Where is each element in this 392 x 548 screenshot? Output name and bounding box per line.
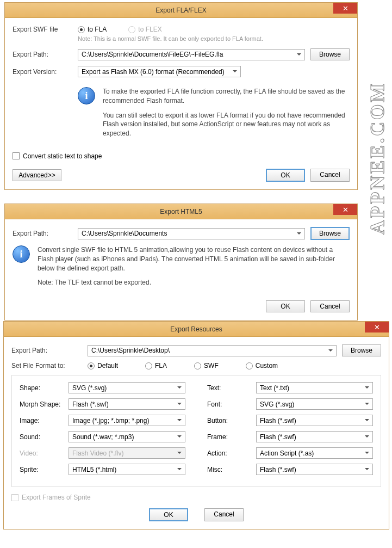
close-icon: ✕ [343,206,349,214]
format-default-radio[interactable]: Default [88,362,118,370]
watermark: APPNEE.COM [366,82,389,235]
titlebar: Export Resources ✕ [4,322,389,337]
close-button[interactable]: ✕ [333,3,357,14]
browse-button[interactable]: Browse [310,227,350,240]
image-select[interactable]: Image (*.jpg; *.bmp; *.png) [69,415,185,426]
export-path-label: Export Path: [13,230,78,237]
action-label: Action: [207,450,256,457]
convert-static-checkbox[interactable]: Convert static text to shape [13,152,102,160]
sound-label: Sound: [20,433,69,441]
cancel-button[interactable]: Cancel [310,300,350,312]
text-label: Text: [207,384,256,392]
export-version-select[interactable]: Export as Flash MX (6.0) format (Recomme… [78,66,241,77]
text-select[interactable]: Text (*.txt) [256,382,373,393]
export-version-label: Export Version: [13,68,78,76]
format-swf-radio[interactable]: SWF [194,362,219,370]
info-icon: i [13,245,30,263]
video-select: Flash Video (*.flv) [69,447,185,459]
action-select[interactable]: Action Script (*.as) [256,447,373,459]
info-text: To make the exported FLA file function c… [103,87,350,144]
sprite-label: Sprite: [20,466,69,473]
morph-select[interactable]: Flash (*.swf) [69,398,185,410]
frame-label: Frame: [207,433,256,441]
set-file-format-label: Set File Format to: [11,362,88,370]
close-icon: ✕ [343,4,349,13]
format-group: Shape:SVG (*.svg) Morph Shape:Flash (*.s… [11,375,381,487]
export-path-input[interactable]: C:\Users\Sprinkle\Desktop\ [88,345,337,356]
ok-button[interactable]: OK [266,300,305,312]
cancel-button[interactable]: Cancel [310,169,350,182]
browse-button[interactable]: Browse [342,344,381,356]
dialog-title: Export Resources [170,325,222,333]
export-html5-dialog: Export HTML5 ✕ Export Path: C:\Users\Spr… [4,204,358,321]
frame-select[interactable]: Flash (*.swf) [256,431,373,442]
video-label: Video: [20,450,69,457]
sprite-select[interactable]: HTML5 (*.html) [69,464,185,475]
close-button[interactable]: ✕ [365,322,389,333]
dialog-title: Export HTML5 [160,208,202,215]
advanced-button[interactable]: Advanced>> [13,169,61,181]
to-flex-radio: to FLEX [128,26,161,33]
titlebar: Export FLA/FLEX ✕ [5,3,357,18]
format-custom-radio[interactable]: Custom [246,362,278,370]
shape-label: Shape: [20,384,69,392]
export-path-label: Export Path: [13,51,78,58]
export-resources-dialog: Export Resources ✕ Export Path: C:\Users… [3,321,389,529]
info-icon: i [78,87,95,104]
swf-file-label: Export SWF file [13,26,78,33]
export-fla-flex-dialog: Export FLA/FLEX ✕ Export SWF file to FLA… [4,2,358,190]
ok-button[interactable]: OK [149,508,188,521]
cancel-button[interactable]: Cancel [204,508,244,521]
swf-note: Note: This is a normal SWF file. It can … [78,35,350,42]
export-path-label: Export Path: [11,347,88,354]
font-select[interactable]: SVG (*.svg) [256,398,373,410]
export-path-input[interactable]: C:\Users\Sprinkle\Documents\FileEG\~File… [78,49,305,60]
info-text: Convert single SWF file to HTML 5 animat… [38,245,350,293]
misc-label: Misc: [207,466,256,473]
font-label: Font: [207,401,256,408]
browse-button[interactable]: Browse [310,48,350,60]
close-button[interactable]: ✕ [333,204,357,215]
dialog-title: Export FLA/FLEX [155,7,206,14]
button-select[interactable]: Flash (*.swf) [256,415,373,426]
close-icon: ✕ [374,323,380,331]
export-path-input[interactable]: C:\Users\Sprinkle\Documents [78,228,305,239]
titlebar: Export HTML5 ✕ [5,204,357,219]
morph-label: Morph Shape: [20,401,69,408]
button-label: Button: [207,417,256,424]
to-fla-radio[interactable]: to FLA [78,26,107,33]
export-frames-checkbox: Export Frames of Sprite [11,494,91,501]
misc-select[interactable]: Flash (*.swf) [256,464,373,475]
image-label: Image: [20,417,69,424]
shape-select[interactable]: SVG (*.svg) [69,382,185,393]
sound-select[interactable]: Sound (*.wav; *.mp3) [69,431,185,442]
format-fla-radio[interactable]: FLA [145,362,167,370]
ok-button[interactable]: OK [266,169,305,182]
